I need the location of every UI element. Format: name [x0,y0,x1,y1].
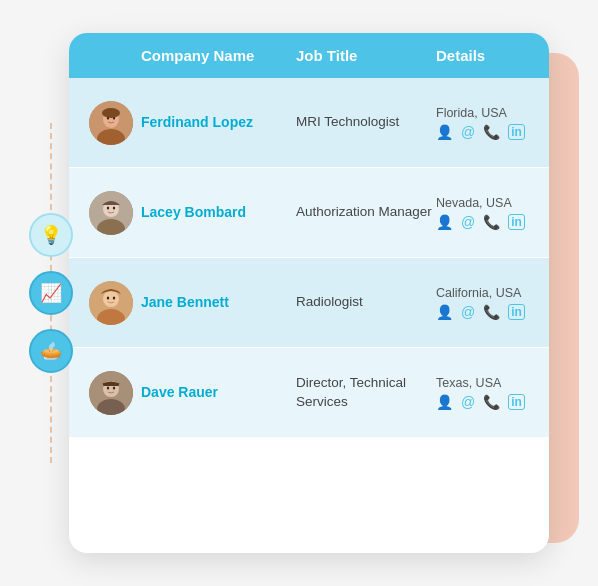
svg-point-10 [107,206,109,209]
svg-point-20 [107,386,109,389]
row-jobtitle-3: Radiologist [296,293,436,312]
phone-icon-4[interactable]: 📞 [483,394,500,410]
row-name-4[interactable]: Dave Rauer [141,383,296,401]
person-icon-4[interactable]: 👤 [436,394,453,410]
phone-icon-2[interactable]: 📞 [483,214,500,230]
email-icon-4[interactable]: @ [461,394,475,410]
main-card: Company Name Job Title Details [69,33,549,553]
svg-point-16 [113,296,115,299]
sidebar-btn-chart[interactable]: 📈 [29,271,73,315]
sidebar-btn-pie[interactable]: 🥧 [29,329,73,373]
table-row: Jane Bennett Radiologist California, USA… [69,258,549,348]
row-details-1: Florida, USA 👤 @ 📞 in [436,106,529,140]
row-name-1[interactable]: Ferdinand Lopez [141,113,296,131]
header-jobtitle: Job Title [296,47,436,64]
avatar-svg-1 [89,101,133,145]
linkedin-icon-2[interactable]: in [508,214,525,230]
row-avatar-1 [89,101,141,145]
row-jobtitle-2: Authorization Manager [296,203,436,222]
svg-point-21 [113,386,115,389]
table-body: Ferdinand Lopez MRI Technologist Florida… [69,78,549,438]
row-details-2: Nevada, USA 👤 @ 📞 in [436,196,529,230]
avatar-face-3 [89,281,133,325]
email-icon-1[interactable]: @ [461,124,475,140]
row-icons-3: 👤 @ 📞 in [436,304,529,320]
row-icons-1: 👤 @ 📞 in [436,124,529,140]
sidebar-icons: 💡 📈 🥧 [29,213,73,373]
row-name-2[interactable]: Lacey Bombard [141,203,296,221]
phone-icon-3[interactable]: 📞 [483,304,500,320]
row-name-3[interactable]: Jane Bennett [141,293,296,311]
svg-point-15 [107,296,109,299]
avatar-svg-3 [89,281,133,325]
row-jobtitle-4: Director, Technical Services [296,374,436,412]
svg-point-6 [102,108,120,118]
lightbulb-icon: 💡 [40,224,62,246]
avatar-svg-2 [89,191,133,235]
linkedin-icon-1[interactable]: in [508,124,525,140]
row-avatar-3 [89,281,141,325]
avatar-face-1 [89,101,133,145]
email-icon-2[interactable]: @ [461,214,475,230]
row-icons-4: 👤 @ 📞 in [436,394,529,410]
chart-icon: 📈 [40,282,62,304]
avatar-face-2 [89,191,133,235]
linkedin-icon-4[interactable]: in [508,394,525,410]
table-row: Ferdinand Lopez MRI Technologist Florida… [69,78,549,168]
table-header: Company Name Job Title Details [69,33,549,78]
sidebar-btn-lightbulb[interactable]: 💡 [29,213,73,257]
row-avatar-2 [89,191,141,235]
linkedin-icon-3[interactable]: in [508,304,525,320]
email-icon-3[interactable]: @ [461,304,475,320]
phone-icon-1[interactable]: 📞 [483,124,500,140]
svg-point-13 [103,291,119,307]
row-location-4: Texas, USA [436,376,529,390]
row-location-3: California, USA [436,286,529,300]
row-avatar-4 [89,371,141,415]
table-row: Dave Rauer Director, Technical Services … [69,348,549,438]
avatar-face-4 [89,371,133,415]
avatar-svg-4 [89,371,133,415]
row-details-3: California, USA 👤 @ 📞 in [436,286,529,320]
header-company: Company Name [141,47,296,64]
row-location-2: Nevada, USA [436,196,529,210]
svg-point-11 [113,206,115,209]
person-icon-1[interactable]: 👤 [436,124,453,140]
person-icon-2[interactable]: 👤 [436,214,453,230]
outer-container: 💡 📈 🥧 Company Name Job Title Details [29,23,569,563]
person-icon-3[interactable]: 👤 [436,304,453,320]
row-details-4: Texas, USA 👤 @ 📞 in [436,376,529,410]
svg-rect-22 [103,383,119,386]
row-jobtitle-1: MRI Technologist [296,113,436,132]
pie-icon: 🥧 [40,340,62,362]
header-details: Details [436,47,529,64]
table-row: Lacey Bombard Authorization Manager Neva… [69,168,549,258]
row-location-1: Florida, USA [436,106,529,120]
row-icons-2: 👤 @ 📞 in [436,214,529,230]
